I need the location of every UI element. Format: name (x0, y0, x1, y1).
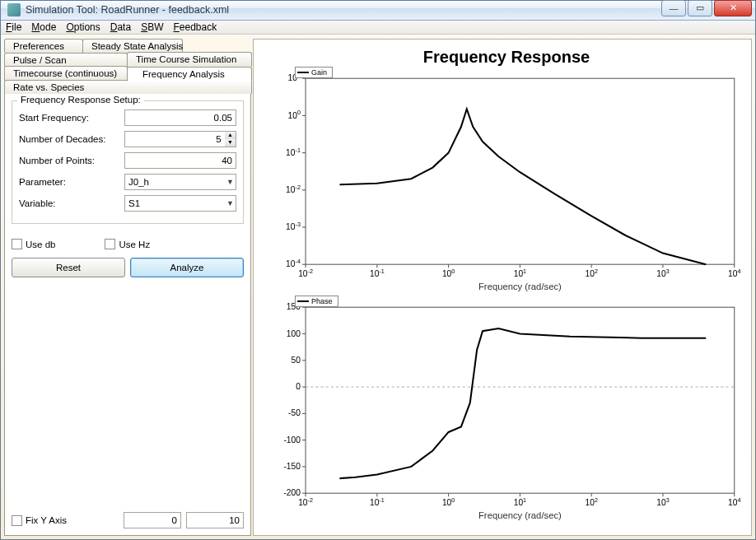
maximize-button[interactable]: ▭ (688, 0, 712, 16)
titlebar[interactable]: Simulation Tool: RoadRunner - feedback.x… (1, 1, 755, 21)
menubar: File Mode Options Data SBW Feedback (1, 21, 755, 35)
svg-text:104: 104 (728, 268, 740, 278)
fix-y-high-input[interactable] (186, 512, 244, 528)
use-hz-label: Use Hz (119, 240, 150, 249)
svg-text:Frequency (rad/sec): Frequency (rad/sec) (478, 282, 562, 291)
chart-title: Frequency Response (270, 48, 743, 67)
minimize-button[interactable]: — (661, 0, 686, 16)
points-input[interactable] (124, 152, 236, 169)
svg-text:10-1: 10-1 (286, 147, 301, 157)
svg-text:100: 100 (442, 496, 455, 506)
start-freq-input[interactable] (124, 109, 236, 126)
phase-legend: Phase (295, 296, 338, 307)
svg-text:103: 103 (656, 496, 669, 506)
points-label: Number of Points: (19, 156, 124, 165)
svg-text:10-2: 10-2 (286, 184, 301, 194)
use-db-checkbox[interactable]: Use db (12, 239, 55, 249)
tabstrip: Preferences Steady State Analysis Pulse … (4, 39, 251, 94)
reset-button[interactable]: Reset (12, 258, 125, 277)
decades-spinner[interactable]: ▲▼ (225, 131, 236, 147)
app-window: Simulation Tool: RoadRunner - feedback.x… (0, 0, 756, 540)
chevron-down-icon: ▼ (226, 199, 234, 207)
svg-text:-150: -150 (283, 461, 301, 470)
svg-text:10-2: 10-2 (298, 268, 313, 278)
tab-rate-vs-species[interactable]: Rate vs. Species (4, 80, 252, 94)
svg-text:10-1: 10-1 (370, 496, 385, 506)
window-title: Simulation Tool: RoadRunner - feedback.x… (26, 4, 660, 16)
tab-time-course[interactable]: Time Course Simulation (127, 52, 252, 67)
variable-label: Variable: (19, 198, 124, 208)
svg-text:103: 103 (656, 268, 669, 278)
svg-text:10-1: 10-1 (370, 268, 385, 278)
freq-setup-group: Frequency Response Setup: Start Frequenc… (12, 100, 244, 224)
svg-text:-100: -100 (283, 435, 301, 444)
menu-mode[interactable]: Mode (31, 21, 56, 33)
variable-select[interactable]: S1 ▼ (124, 195, 236, 212)
fix-y-axis-checkbox[interactable]: Fix Y Axis (12, 515, 67, 526)
close-button[interactable]: ✕ (714, 0, 752, 16)
gain-chart: Gain 10-210-110010110210310410-410-310-2… (270, 73, 743, 296)
analyze-button[interactable]: Analyze (130, 258, 244, 277)
svg-text:102: 102 (585, 496, 597, 506)
svg-text:10-4: 10-4 (286, 258, 301, 268)
tab-preferences[interactable]: Preferences (4, 39, 83, 53)
parameter-select[interactable]: J0_h ▼ (124, 174, 236, 190)
fix-y-axis-label: Fix Y Axis (26, 515, 67, 525)
start-freq-label: Start Frequency: (19, 113, 124, 123)
svg-text:104: 104 (728, 496, 740, 506)
svg-text:0: 0 (296, 382, 301, 391)
svg-text:50: 50 (291, 355, 301, 364)
tab-panel: Frequency Response Setup: Start Frequenc… (4, 93, 251, 536)
tab-steady-state[interactable]: Steady State Analysis (82, 39, 183, 53)
svg-text:101: 101 (514, 268, 526, 278)
variable-value: S1 (128, 198, 140, 208)
chart-pane: Frequency Response Gain 10-210-110010110… (253, 39, 752, 536)
svg-text:100: 100 (287, 328, 301, 338)
use-db-label: Use db (26, 240, 55, 249)
menu-feedback[interactable]: Feedback (173, 21, 217, 33)
chevron-down-icon: ▼ (226, 178, 234, 186)
tab-frequency-analysis[interactable]: Frequency Analysis (127, 67, 252, 81)
parameter-value: J0_h (128, 177, 149, 187)
menu-data[interactable]: Data (110, 21, 131, 33)
parameter-label: Parameter: (19, 177, 124, 187)
svg-text:-50: -50 (288, 408, 301, 417)
svg-text:100: 100 (442, 268, 455, 278)
use-hz-checkbox[interactable]: Use Hz (105, 239, 150, 249)
svg-text:-200: -200 (283, 488, 301, 497)
svg-text:101: 101 (514, 496, 526, 506)
tab-timecourse-cont[interactable]: Timecourse (continuous) (4, 66, 128, 81)
tab-pulse-scan[interactable]: Pulse / Scan (4, 53, 128, 67)
svg-text:100: 100 (288, 109, 301, 119)
menu-options[interactable]: Options (66, 21, 100, 33)
svg-text:10-2: 10-2 (298, 496, 313, 506)
svg-text:Frequency (rad/sec): Frequency (rad/sec) (478, 510, 562, 520)
decades-label: Number of Decades: (19, 134, 124, 144)
decades-input[interactable] (124, 131, 225, 147)
gain-legend: Gain (295, 67, 333, 78)
window-controls: — ▭ ✕ (660, 0, 752, 18)
phase-chart: Phase 10-210-1100101102103104-200-150-10… (270, 302, 743, 524)
svg-text:102: 102 (585, 268, 597, 278)
svg-text:10-3: 10-3 (286, 221, 301, 231)
group-legend: Frequency Response Setup: (17, 95, 144, 105)
fix-y-low-input[interactable] (124, 512, 181, 528)
menu-sbw[interactable]: SBW (141, 21, 163, 33)
app-icon (7, 3, 21, 16)
svg-rect-28 (306, 307, 735, 493)
left-pane: Preferences Steady State Analysis Pulse … (4, 39, 251, 536)
client-area: Preferences Steady State Analysis Pulse … (1, 35, 755, 539)
menu-file[interactable]: File (6, 21, 21, 33)
